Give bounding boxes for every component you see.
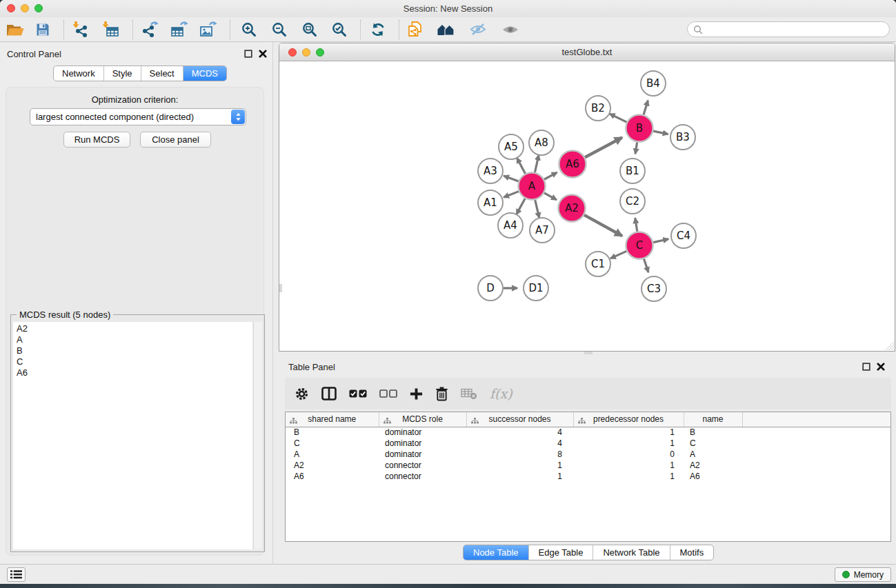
graph-edge-A-A7[interactable] (535, 200, 539, 218)
tab-mcds[interactable]: MCDS (183, 66, 226, 81)
table-cell[interactable]: 1 (573, 471, 684, 482)
table-cell[interactable]: dominator (379, 427, 466, 438)
graph-edge-C-C1[interactable] (610, 251, 626, 258)
minimize-network-window-button[interactable] (302, 48, 310, 57)
deselect-all-columns-button[interactable] (379, 389, 397, 398)
table-cell[interactable]: A (286, 449, 379, 460)
graph-edge-A-A5[interactable] (517, 158, 525, 174)
table-cell[interactable]: 1 (573, 438, 684, 449)
graph-edge-B-B4[interactable] (644, 101, 648, 115)
table-cell[interactable]: connector (379, 460, 466, 471)
result-item[interactable]: B (13, 345, 252, 356)
zoom-selected-button[interactable] (327, 19, 352, 41)
maximize-network-window-button[interactable] (316, 48, 324, 57)
table-cell[interactable]: A6 (684, 471, 742, 482)
table-cell[interactable]: A2 (684, 460, 742, 471)
search-box[interactable] (687, 21, 890, 37)
table-cell[interactable]: 1 (573, 460, 684, 471)
result-item[interactable]: C (13, 356, 252, 367)
tab-network[interactable]: Network (54, 66, 103, 81)
result-item[interactable]: A2 (13, 323, 252, 334)
graph-edge-A2-C[interactable] (584, 215, 622, 236)
table-row[interactable]: Cdominator41C (286, 438, 890, 449)
close-table-panel-icon[interactable] (877, 363, 885, 371)
table-cell[interactable]: 4 (466, 438, 573, 449)
column-header-shared-name[interactable]: shared name (286, 412, 379, 427)
delete-table-button[interactable] (461, 387, 477, 400)
column-header-successor-nodes[interactable]: successor nodes (466, 412, 573, 427)
tab-node-table[interactable]: Node Table (464, 545, 528, 560)
memory-button[interactable]: Memory (835, 567, 891, 582)
main-titlebar[interactable]: Session: New Session (0, 0, 896, 17)
import-table-button[interactable] (98, 19, 123, 41)
float-panel-icon[interactable] (244, 50, 252, 58)
table-cell[interactable]: connector (379, 471, 466, 482)
table-cell[interactable]: 1 (573, 427, 684, 438)
float-table-panel-icon[interactable] (862, 363, 870, 371)
graph-edge-B-B3[interactable] (653, 131, 668, 134)
network-home-button[interactable] (434, 19, 459, 41)
tab-network-table[interactable]: Network Table (593, 545, 669, 560)
result-item[interactable]: A (13, 334, 252, 345)
mcds-result-list[interactable]: A2ABCA6 (13, 322, 252, 549)
criterion-select[interactable]: largest connected component (directed) (30, 108, 246, 125)
graph-edge-A-A1[interactable] (504, 192, 519, 198)
graph-edge-A-A3[interactable] (504, 176, 519, 181)
graph-edge-B-B1[interactable] (635, 142, 637, 154)
close-panel-icon[interactable] (259, 50, 267, 58)
select-all-columns-button[interactable] (349, 389, 367, 398)
close-network-window-button[interactable] (288, 48, 297, 57)
graph-edge-C-C2[interactable] (635, 218, 637, 231)
function-builder-button[interactable]: f(x) (490, 387, 512, 401)
zoom-in-button[interactable] (237, 19, 261, 41)
delete-column-button[interactable] (435, 387, 448, 401)
column-header-name[interactable]: name (684, 412, 742, 427)
zoom-out-button[interactable] (267, 19, 292, 41)
table-cell[interactable]: 8 (466, 449, 573, 460)
table-cell[interactable]: 4 (466, 427, 573, 438)
show-all-button[interactable] (498, 19, 523, 41)
network-graph[interactable]: B4B2BB3A5A8A6B1A3AC2A1A2A4A7C4CC1C3DD1 (279, 61, 895, 351)
graph-edge-C-C4[interactable] (653, 239, 668, 243)
result-scrollbar[interactable] (253, 322, 262, 549)
table-cell[interactable]: A2 (286, 460, 379, 471)
tab-edge-table[interactable]: Edge Table (528, 545, 593, 560)
table-cell[interactable]: dominator (379, 449, 466, 460)
scrollbar-mark[interactable] (279, 284, 282, 292)
table-cell[interactable]: A (684, 449, 742, 460)
tab-select[interactable]: Select (141, 66, 183, 81)
zoom-fit-button[interactable] (297, 19, 322, 41)
table-cell[interactable]: C (286, 438, 379, 449)
table-cell[interactable]: 0 (573, 449, 684, 460)
task-history-button[interactable] (7, 567, 26, 582)
graph-edge-B-B2[interactable] (610, 114, 627, 122)
table-row[interactable]: A2connector11A2 (286, 460, 890, 471)
table-cell[interactable]: 1 (466, 471, 573, 482)
graph-edge-A-A8[interactable] (535, 155, 539, 172)
import-network-button[interactable] (68, 19, 93, 41)
graph-edge-A-A6[interactable] (544, 172, 557, 179)
table-cell[interactable]: B (684, 427, 742, 438)
open-file-button[interactable] (3, 19, 28, 41)
export-table-button[interactable] (167, 19, 192, 41)
export-image-button[interactable] (196, 19, 221, 41)
graph-edge-A6-B[interactable] (585, 137, 622, 157)
graph-edge-A-A2[interactable] (544, 193, 557, 200)
network-window-titlebar[interactable]: testGlobe.txt (279, 43, 895, 61)
scrollbar-mark[interactable] (584, 352, 593, 354)
graph-edge-C-C3[interactable] (644, 258, 648, 272)
column-header-MCDS-role[interactable]: MCDS role (379, 412, 466, 427)
table-row[interactable]: Adominator80A (286, 449, 890, 460)
save-session-button[interactable] (30, 19, 55, 41)
tab-motifs[interactable]: Motifs (670, 545, 714, 560)
export-network-button[interactable] (137, 19, 162, 41)
table-settings-button[interactable] (295, 387, 309, 401)
table-cell[interactable]: dominator (379, 438, 466, 449)
resize-grip-icon[interactable] (884, 341, 894, 350)
graph-edge-A-A4[interactable] (517, 199, 526, 214)
add-column-button[interactable] (410, 387, 423, 401)
run-mcds-button[interactable]: Run MCDS (63, 132, 130, 148)
table-row[interactable]: A6connector11A6 (286, 471, 890, 482)
network-canvas[interactable]: B4B2BB3A5A8A6B1A3AC2A1A2A4A7C4CC1C3DD1 (279, 61, 895, 351)
result-item[interactable]: A6 (13, 367, 252, 378)
